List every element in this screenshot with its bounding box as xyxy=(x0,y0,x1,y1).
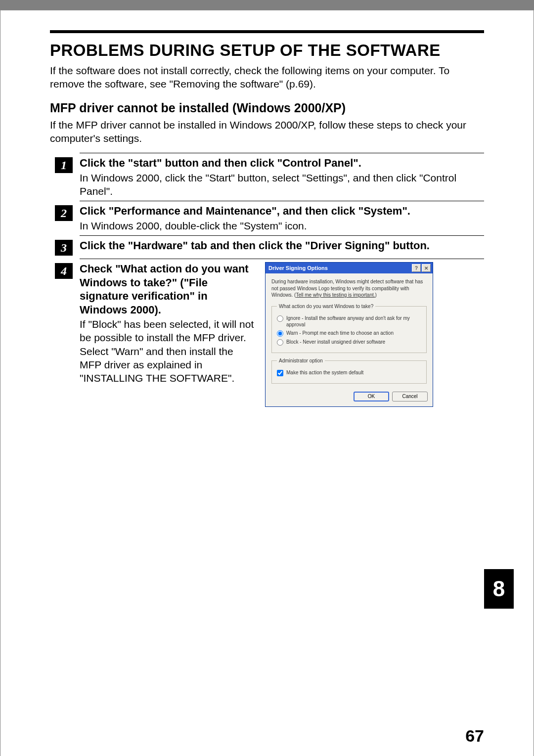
cancel-button[interactable]: Cancel xyxy=(392,392,428,401)
action-fieldset: What action do you want Windows to take?… xyxy=(271,304,427,353)
radio-block-label: Block - Never install unsigned driver so… xyxy=(286,339,385,345)
checkbox-default-label: Make this action the system default xyxy=(286,369,363,376)
radio-block-input[interactable] xyxy=(277,339,283,346)
step-number-badge: 3 xyxy=(55,240,73,256)
step-number-badge: 1 xyxy=(55,157,73,173)
radio-warn-label: Warn - Prompt me each time to choose an … xyxy=(286,330,394,336)
ok-button[interactable]: OK xyxy=(354,392,389,401)
close-icon[interactable]: ✕ xyxy=(422,264,431,272)
sub-heading: MFP driver cannot be installed (Windows … xyxy=(50,101,484,115)
step-body: Click the "start" button and then click … xyxy=(80,155,484,198)
radio-ignore-input[interactable] xyxy=(277,315,283,322)
step-separator xyxy=(80,235,484,236)
step-body: Check "What action do you want Windows t… xyxy=(80,261,484,407)
step-separator xyxy=(80,201,484,201)
step-separator xyxy=(80,153,484,153)
step-separator xyxy=(80,259,484,259)
titlebar-buttons: ? ✕ xyxy=(412,264,431,272)
dialog-description: During hardware installation, Windows mi… xyxy=(271,278,427,299)
radio-ignore[interactable]: Ignore - Install the software anyway and… xyxy=(277,315,421,328)
step-description: In Windows 2000, click the "Start" butto… xyxy=(80,171,484,198)
step-1: 1 Click the "start" button and then clic… xyxy=(55,155,484,198)
admin-legend: Administrator option xyxy=(277,358,325,363)
radio-ignore-label: Ignore - Install the software anyway and… xyxy=(286,315,421,328)
checkbox-default-input[interactable] xyxy=(277,370,283,376)
dialog-help-link[interactable]: Tell me why this testing is important. xyxy=(296,292,375,298)
document-page: PROBLEMS DURING SETUP OF THE SOFTWARE If… xyxy=(0,10,534,756)
radio-block[interactable]: Block - Never install unsigned driver so… xyxy=(277,339,421,346)
step-body: Click the "Hardware" tab and then click … xyxy=(80,238,484,253)
dialog-button-row: OK Cancel xyxy=(266,392,433,406)
radio-warn[interactable]: Warn - Prompt me each time to choose an … xyxy=(277,330,421,337)
step-description: In Windows 2000, double-click the "Syste… xyxy=(80,219,484,232)
step-body: Click "Performance and Maintenance", and… xyxy=(80,203,484,232)
steps-list: 1 Click the "start" button and then clic… xyxy=(55,153,484,406)
step-4: 4 Check "What action do you want Windows… xyxy=(55,261,484,407)
step-title: Click "Performance and Maintenance", and… xyxy=(80,204,484,218)
step-2: 2 Click "Performance and Maintenance", a… xyxy=(55,203,484,232)
driver-signing-dialog: Driver Signing Options ? ✕ During hardwa… xyxy=(265,262,433,407)
help-icon[interactable]: ? xyxy=(412,264,421,272)
step4-text-column: Check "What action do you want Windows t… xyxy=(80,262,255,407)
checkbox-default[interactable]: Make this action the system default xyxy=(277,369,421,376)
step-title: Check "What action do you want Windows t… xyxy=(80,262,255,316)
step-number-badge: 2 xyxy=(55,205,73,221)
step-number-badge: 4 xyxy=(55,263,73,279)
intro-paragraph: If the software does not install correct… xyxy=(50,64,484,91)
dialog-title: Driver Signing Options xyxy=(268,265,328,271)
dialog-text-post: ) xyxy=(375,292,377,298)
sub-intro-paragraph: If the MFP driver cannot be installed in… xyxy=(50,118,484,145)
step-description: If "Block" has been selected, it will no… xyxy=(80,317,255,385)
dialog-body: During hardware installation, Windows mi… xyxy=(266,273,433,392)
step-3: 3 Click the "Hardware" tab and then clic… xyxy=(55,238,484,256)
action-legend: What action do you want Windows to take? xyxy=(277,304,375,309)
dialog-titlebar: Driver Signing Options ? ✕ xyxy=(266,263,433,273)
admin-fieldset: Administrator option Make this action th… xyxy=(271,358,427,384)
step-title: Click the "start" button and then click … xyxy=(80,156,484,170)
top-divider xyxy=(50,30,484,33)
main-heading: PROBLEMS DURING SETUP OF THE SOFTWARE xyxy=(50,41,484,60)
chapter-tab: 8 xyxy=(484,569,514,609)
radio-warn-input[interactable] xyxy=(277,330,283,337)
step-title: Click the "Hardware" tab and then click … xyxy=(80,239,484,253)
page-number: 67 xyxy=(465,726,484,746)
